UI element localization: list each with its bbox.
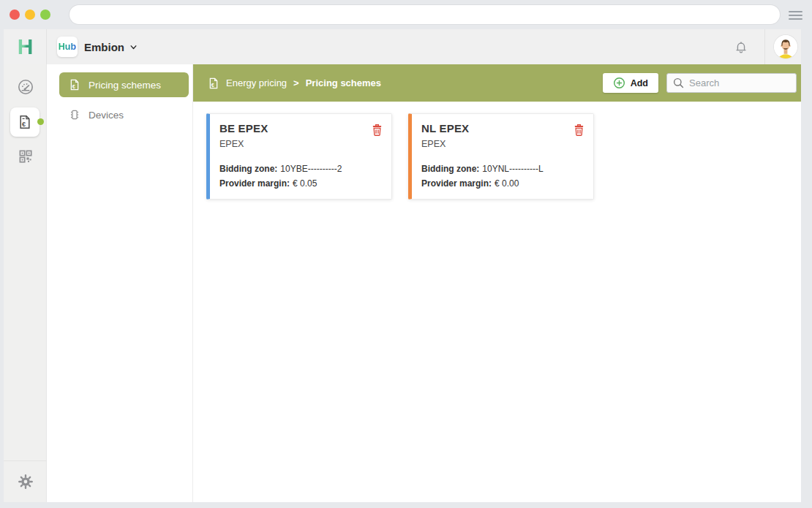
url-bar[interactable]: [69, 5, 780, 24]
rail-item-pricing-active[interactable]: €: [10, 107, 40, 137]
search-input[interactable]: [666, 73, 797, 93]
field-provider-margin: Provider margin:€ 0.00: [421, 176, 584, 191]
svg-text:€: €: [211, 81, 214, 88]
sidebar-item-label: Devices: [89, 110, 124, 121]
avatar[interactable]: [774, 35, 797, 58]
dashboard-gauge-icon[interactable]: [4, 78, 47, 96]
breadcrumb: € Energy pricing > Pricing schemes: [208, 77, 381, 89]
workspace-name: Embion: [84, 41, 124, 53]
content-header-bar: € Energy pricing > Pricing schemes Add: [193, 64, 801, 102]
main-content: € Energy pricing > Pricing schemes Add: [193, 64, 801, 502]
pricing-document-icon: €: [69, 79, 80, 91]
app-header: H Hub Embion: [4, 29, 801, 64]
window-minimize-button[interactable]: [25, 10, 35, 20]
sidebar-item-label: Pricing schemes: [89, 80, 161, 91]
h-logo-icon: H: [18, 36, 33, 58]
breadcrumb-separator: >: [293, 77, 299, 88]
card-title: BE EPEX: [219, 122, 383, 134]
header-divider: [764, 29, 765, 64]
rail-divider: [4, 460, 47, 461]
sidebar-item-devices[interactable]: Devices: [59, 102, 189, 127]
card-title: NL EPEX: [421, 122, 584, 134]
field-provider-margin: Provider margin:€ 0.05: [219, 176, 383, 191]
workspace-switcher[interactable]: Embion: [84, 41, 138, 53]
sidebar-item-pricing-schemes[interactable]: € Pricing schemes: [59, 72, 189, 97]
hub-badge-label: Hub: [59, 42, 76, 52]
svg-text:€: €: [22, 121, 26, 128]
device-module-icon: [69, 109, 80, 121]
icon-rail: €: [4, 64, 47, 502]
hub-badge: Hub: [57, 37, 78, 57]
field-bidding-zone: Bidding zone:10YBE----------2: [219, 162, 383, 176]
browser-menu-icon[interactable]: [789, 11, 802, 20]
delete-trash-icon[interactable]: [371, 123, 384, 137]
field-bidding-zone: Bidding zone:10YNL----------L: [421, 162, 584, 176]
card-fields: Bidding zone:10YBE----------2 Provider m…: [219, 162, 383, 191]
add-button[interactable]: Add: [603, 73, 658, 93]
window-zoom-button[interactable]: [40, 10, 50, 20]
settings-gear-icon[interactable]: [4, 474, 47, 490]
breadcrumb-link-energy-pricing[interactable]: Energy pricing: [226, 77, 287, 88]
breadcrumb-current-page: Pricing schemes: [306, 77, 381, 88]
sidebar: € Pricing schemes Devices: [47, 64, 193, 502]
online-status-dot: [37, 118, 44, 125]
browser-chrome: [0, 0, 812, 29]
card-subtitle: EPEX: [421, 139, 584, 149]
chevron-down-icon: [129, 42, 138, 52]
delete-trash-icon[interactable]: [573, 123, 586, 137]
card-fields: Bidding zone:10YNL----------L Provider m…: [421, 162, 584, 191]
add-button-label: Add: [631, 78, 648, 88]
app-logo: H: [4, 29, 47, 64]
pricing-scheme-card-nl-epex[interactable]: NL EPEX EPEX Bidding zone:10YNL---------…: [408, 113, 594, 200]
svg-text:€: €: [72, 83, 75, 90]
card-subtitle: EPEX: [219, 139, 383, 149]
window-close-button[interactable]: [10, 10, 20, 20]
app-window: H Hub Embion: [4, 29, 801, 502]
notifications-bell-icon[interactable]: [733, 39, 749, 55]
search-icon: [672, 77, 685, 89]
pricing-scheme-card-be-epex[interactable]: BE EPEX EPEX Bidding zone:10YBE---------…: [206, 113, 392, 200]
pricing-scheme-list: BE EPEX EPEX Bidding zone:10YBE---------…: [206, 113, 594, 200]
plus-circle-icon: [613, 77, 625, 89]
qr-grid-icon[interactable]: [4, 149, 47, 164]
breadcrumb-document-icon: €: [208, 77, 219, 89]
